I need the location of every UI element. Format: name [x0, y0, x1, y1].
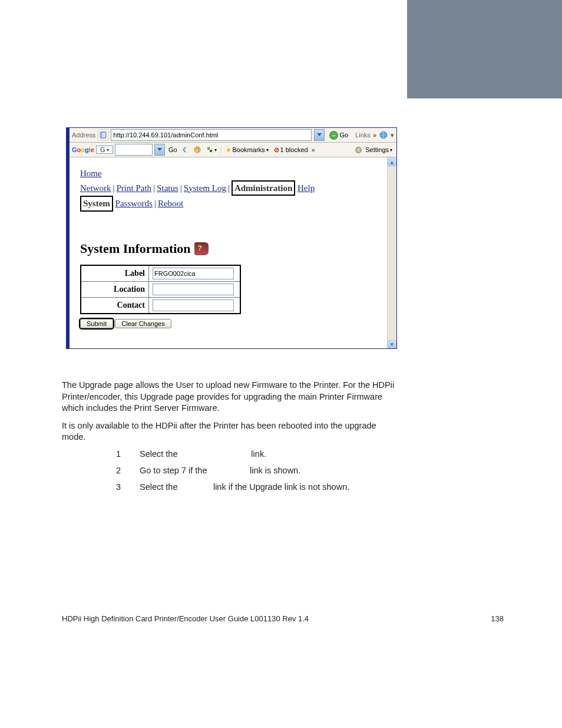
toolbar-tools-icon[interactable]: ▾: [204, 146, 219, 153]
world-icon[interactable]: [379, 130, 388, 140]
settings-button[interactable]: Settings▾: [363, 146, 394, 153]
toolbar-palette-icon[interactable]: [192, 146, 203, 153]
svg-rect-7: [207, 147, 210, 150]
steps-list: 1 Select the link. 2 Go to step 7 if the…: [116, 446, 349, 495]
step-row: 2 Go to step 7 if the link is shown.: [116, 462, 349, 479]
scroll-down-icon[interactable]: ▾: [388, 340, 396, 348]
address-label: Address: [72, 131, 95, 139]
toolbar-go-button[interactable]: Go: [167, 146, 179, 153]
subnav-reboot[interactable]: Reboot: [158, 199, 183, 208]
contact-input[interactable]: [153, 299, 234, 311]
go-label: Go: [340, 131, 349, 139]
settings-indicator-icon: [355, 147, 362, 153]
footer-text: HDPii High Definition Card Printer/Encod…: [62, 614, 309, 623]
submit-button[interactable]: Submit: [80, 319, 113, 328]
subnav-passwords[interactable]: Passwords: [115, 199, 153, 208]
star-icon: ★: [226, 146, 232, 154]
nav-help[interactable]: Help: [297, 183, 315, 193]
google-search-dropdown-icon[interactable]: [154, 144, 165, 156]
browser-screenshot: Address http://10.244.69.101/adminConf.h…: [66, 127, 397, 349]
go-arrow-icon: →: [329, 131, 338, 140]
svg-point-3: [194, 147, 200, 153]
svg-point-6: [198, 150, 199, 151]
page-footer: HDPii High Definition Card Printer/Encod…: [62, 614, 504, 623]
nav-home[interactable]: Home: [80, 169, 102, 178]
svg-point-4: [196, 148, 197, 149]
contact-field-label: Contact: [81, 297, 149, 314]
document-body-text: The Upgrade page allows the User to uplo…: [62, 380, 398, 449]
nav-links: Home Network|Print Path|Status|System Lo…: [80, 167, 388, 212]
step-row: 1 Select the link.: [116, 446, 349, 462]
clear-changes-button[interactable]: Clear Changes: [115, 319, 171, 328]
location-field-label: Location: [81, 281, 149, 297]
label-field-label: Label: [81, 265, 149, 282]
nav-print-path[interactable]: Print Path: [117, 183, 152, 193]
nav-network[interactable]: Network: [80, 183, 111, 193]
toolbar-overflow-icon[interactable]: »: [312, 146, 315, 153]
step-text: Go to step 7 if the link is shown.: [140, 466, 300, 475]
page-icon: [98, 130, 108, 140]
ie-address-bar: Address http://10.244.69.101/adminConf.h…: [70, 128, 396, 143]
svg-rect-1: [101, 132, 106, 138]
paragraph-2: It is only available to the HDPii after …: [62, 420, 398, 443]
google-logo: Google: [72, 146, 94, 153]
subnav-system[interactable]: System: [80, 196, 113, 212]
links-label: Links: [355, 131, 371, 139]
step-number: 3: [116, 482, 123, 492]
page-heading: System Information: [80, 241, 191, 256]
paragraph-1: The Upgrade page allows the User to uplo…: [62, 380, 398, 414]
nav-status[interactable]: Status: [157, 183, 178, 193]
links-chevron-icon[interactable]: »: [373, 131, 376, 139]
system-info-form: Label Location Contact: [80, 265, 241, 314]
step-text: Select the link.: [140, 449, 266, 459]
nav-system-log[interactable]: System Log: [184, 183, 226, 193]
google-search-input[interactable]: [115, 144, 153, 156]
bookmarks-button[interactable]: ★ Bookmarks▾: [224, 146, 270, 154]
page-number: 138: [491, 614, 504, 623]
right-margin-shade: [407, 0, 562, 98]
step-number: 2: [116, 466, 123, 475]
vertical-scrollbar[interactable]: ▴ ▾: [387, 157, 396, 348]
dropdown-caret-icon[interactable]: ▾: [391, 131, 394, 139]
step-number: 1: [116, 449, 123, 459]
page-content: ▴ ▾ Home Network|Print Path|Status|Syste…: [70, 157, 396, 348]
go-button[interactable]: → Go: [327, 130, 351, 140]
popup-blocker-button[interactable]: ⊘ 1 blocked: [272, 146, 310, 154]
address-dropdown-icon[interactable]: [314, 129, 325, 141]
step-row: 3 Select the link if the Upgrade link is…: [116, 479, 349, 495]
svg-rect-8: [210, 150, 212, 152]
help-book-icon[interactable]: [194, 242, 209, 255]
address-input[interactable]: http://10.244.69.101/adminConf.html: [111, 129, 311, 141]
label-input[interactable]: [153, 268, 234, 279]
toolbar-nav-icon[interactable]: [181, 147, 190, 153]
scroll-up-icon[interactable]: ▴: [388, 157, 396, 166]
location-input[interactable]: [153, 284, 234, 295]
svg-point-5: [198, 148, 199, 149]
popup-blocked-icon: ⊘: [274, 146, 279, 154]
google-toolbar: Google G ▾ Go ▾ | ★ Bookmarks▾ ⊘ 1 block…: [70, 143, 396, 157]
step-text: Select the link if the Upgrade link is n…: [140, 482, 349, 492]
nav-administration[interactable]: Administration: [232, 180, 295, 196]
google-menu-button[interactable]: G ▾: [96, 146, 113, 154]
